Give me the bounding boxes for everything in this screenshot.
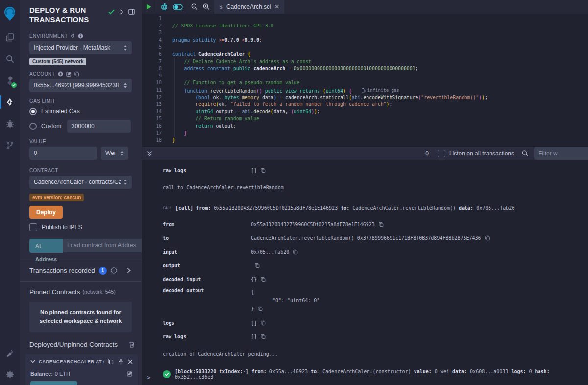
transactions-info-icon[interactable] [111,267,117,274]
deployed-contract-title: CADENCEARCHCALER AT 0X3 [39,359,104,364]
copy-icon[interactable] [258,306,263,311]
trash-icon[interactable] [129,341,135,348]
account-select[interactable]: 0x55a...46923 (999.9999453238 [29,79,132,92]
ai-assistant-icon[interactable] [160,3,168,11]
transactions-count-badge: 1 [99,267,107,275]
line-number: 10 [142,79,162,87]
deploy-button[interactable]: Deploy [29,206,63,219]
code-line: 10 // Function to get a pseudo-random va… [142,79,588,87]
edit-account-icon[interactable] [66,71,72,77]
panel-layout-icon[interactable] [128,9,135,15]
terminal-rows: raw logs[]call to CadenceArchCaler.rever… [142,163,588,380]
tab-cadencearch-sol[interactable]: S CadenceArch.sol ✕ [214,0,284,14]
collapse-terminal-icon[interactable] [147,151,152,156]
terminal-row: toCadenceArchCaler.revertibleRandom() 0x… [142,231,588,245]
panel-check-icon [108,9,115,15]
line-number: 4 [142,37,162,44]
edit-balance-icon[interactable] [127,371,133,377]
copy-icon[interactable] [261,168,266,173]
code-line: 14 uint64 output = abi.decode(data, (uin… [142,108,588,116]
environment-select[interactable]: Injected Provider - MetaMask [29,41,132,54]
gas-estimate-annotation: infinite gas [362,87,399,94]
deployed-contracts-title: Deployed/Unpinned Contracts [29,341,118,348]
copy-icon[interactable] [485,235,490,241]
compile-success-badge [11,82,17,88]
terminal-search-icon[interactable] [522,150,528,156]
line-number: 1 [142,15,162,23]
debugger-icon[interactable] [0,113,20,134]
pinned-contracts-title: Pinned Contracts(network: 545) [20,282,142,296]
file-explorer-icon[interactable] [0,26,20,48]
transactions-recorded-label: Transactions recorded [29,267,95,274]
terminal-row: call to CadenceArchCaler.revertibleRando… [142,182,588,193]
panel-forward-icon[interactable] [120,9,123,15]
terminal-row: output [142,258,588,272]
terminal-filter-input[interactable] [534,147,588,160]
value-input[interactable] [29,147,97,160]
balance-label: Balance: [30,371,53,377]
panel-title: DEPLOY & RUN TRANSACTIONS [29,6,103,25]
terminal-prompt[interactable]: > [147,374,150,381]
code-editor[interactable]: 12// SPDX-License-Identifier: GPL-3.034p… [142,14,588,146]
settings-gear-icon[interactable] [0,363,20,385]
tab-label: CadenceArch.sol [226,3,271,10]
indent-guide [174,58,175,137]
code-line: 18} [142,137,588,144]
listen-all-checkbox[interactable] [438,150,445,157]
code-line: 2// SPDX-License-Identifier: GPL-3.0 [142,23,588,30]
transaction-count: 0 [425,150,429,157]
copy-icon[interactable] [261,334,266,339]
close-contract-icon[interactable] [128,359,133,364]
environment-label: ENVIRONMENT [29,33,132,39]
copy-icon[interactable] [379,222,384,227]
plug-icon[interactable] [71,33,75,38]
transactions-expand-icon[interactable] [127,268,131,273]
publish-ipfs-checkbox[interactable] [29,223,37,231]
line-number: 18 [142,137,162,144]
copy-icon[interactable] [261,320,266,326]
custom-gas-label: Custom [41,123,63,129]
zoom-in-icon[interactable] [203,3,210,10]
deploy-run-icon[interactable] [0,91,20,113]
line-number: 11 [142,87,162,94]
plugin-manager-icon[interactable] [0,342,20,363]
cadencearch-function-button[interactable]: cadenceArch [30,381,77,385]
chevron-down-icon[interactable] [30,360,35,363]
terminal[interactable]: raw logs[]call to CadenceArchCaler.rever… [142,160,588,385]
zoom-out-icon[interactable] [191,3,198,10]
at-address-button[interactable]: At Address [29,239,63,253]
pin-icon[interactable] [118,359,123,365]
terminal-row: [block:5033220 txIndex:-] from: 0x55a...… [142,369,588,380]
add-account-icon[interactable] [58,71,63,77]
close-tab-icon[interactable]: ✕ [274,3,279,10]
code-line: 11 function revertibleRandom() public vi… [142,87,588,94]
copy-address-icon[interactable] [108,359,114,365]
at-address-input[interactable] [63,239,142,252]
code-line: 1 [142,15,588,23]
copy-icon[interactable] [255,263,260,268]
git-icon[interactable] [0,134,20,156]
copilot-toggle-icon[interactable] [173,4,183,10]
copy-account-icon[interactable] [74,71,79,77]
custom-gas-input[interactable] [67,120,131,133]
remix-logo-icon[interactable] [0,1,20,26]
custom-gas-radio[interactable] [29,123,37,130]
code-lines: 12// SPDX-License-Identifier: GPL-3.034p… [142,15,588,144]
terminal-toolbar: 0 Listen on all transactions [142,146,588,160]
icon-sidebar [0,0,20,385]
line-number: 15 [142,115,162,123]
contract-select[interactable]: CadenceArchCaler - contracts/Cac [29,176,132,189]
search-icon[interactable] [0,48,20,70]
copy-icon[interactable] [293,249,298,255]
code-line: 12 (bool ok, bytes memory data) = cadenc… [142,94,588,102]
terminal-row: raw logs[] [142,163,588,177]
publish-ipfs-label: Publish to IPFS [42,224,82,231]
copy-icon[interactable] [261,277,266,282]
solidity-compiler-icon[interactable] [0,70,20,91]
run-script-icon[interactable] [146,3,152,10]
deploy-run-panel: DEPLOY & RUN TRANSACTIONS ENVIRONMENT In… [20,0,142,385]
estimated-gas-radio[interactable] [29,108,37,115]
stepper-icon [123,45,127,51]
info-icon[interactable] [78,33,83,39]
value-unit-select[interactable]: Wei [101,147,128,160]
